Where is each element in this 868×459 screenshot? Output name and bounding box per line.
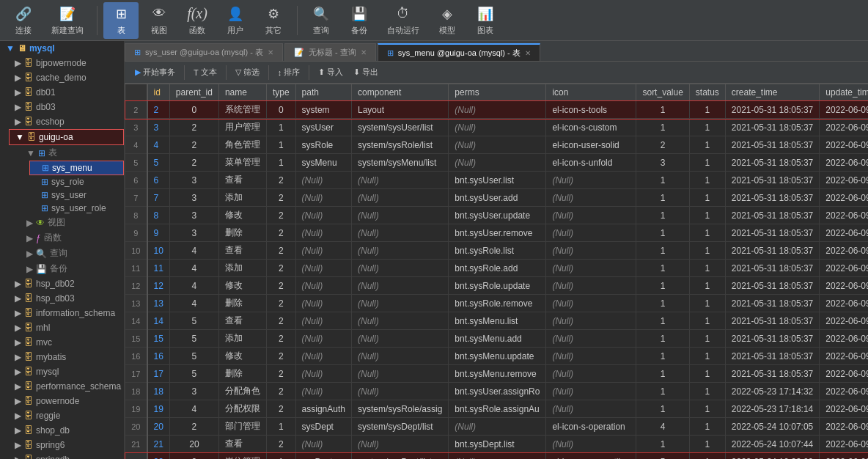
sidebar-item-hsp-db03[interactable]: ▶🗄hsp_db03 — [9, 291, 124, 306]
other-btn[interactable]: ⚙ 其它 — [256, 2, 291, 39]
text-btn[interactable]: T 文本 — [189, 65, 221, 79]
sidebar-table-sys-menu[interactable]: ⊞ sys_menu — [29, 161, 124, 175]
sidebar-item-bjpowernode[interactable]: ▶ 🗄 bjpowernode — [9, 56, 124, 70]
chart-btn[interactable]: 📊 图表 — [468, 2, 503, 39]
table-row[interactable]: 332用户管理1sysUsersystem/sysUser/list(Null)… — [125, 119, 869, 136]
cell-path: (Null) — [295, 172, 351, 189]
th-status[interactable]: status — [689, 84, 725, 101]
sidebar-item-db03[interactable]: ▶ 🗄 db03 — [9, 100, 124, 114]
sidebar-item-mybatis[interactable]: ▶🗄mybatis — [9, 350, 124, 364]
user-btn[interactable]: 👤 用户 — [218, 2, 253, 39]
table-row[interactable]: 883修改2(Null)(Null)bnt.sysUser.update(Nul… — [125, 207, 869, 224]
new-query-btn[interactable]: 📝 新建查询 — [44, 2, 91, 39]
table-row[interactable]: 22222岗位管理1sysPostsystem/sysPost/list(Nul… — [125, 453, 869, 460]
connect-btn[interactable]: 🔗 连接 — [6, 2, 41, 39]
tab-untitled-query[interactable]: 📝 无标题 - 查询 ✕ — [284, 43, 376, 61]
th-perms[interactable]: perms — [449, 84, 546, 101]
table-row[interactable]: 12124修改2(Null)(Null)bnt.sysRole.update(N… — [125, 277, 869, 295]
cell-id: 2 — [147, 101, 170, 119]
cell-name: 查看 — [218, 436, 266, 453]
th-type[interactable]: type — [266, 84, 295, 101]
sidebar-item-guigu-oa[interactable]: ▼ 🗄 guigu-oa — [9, 129, 124, 145]
sidebar-item-powernode[interactable]: ▶🗄powernode — [9, 394, 124, 408]
tab-close-icon[interactable]: ✕ — [268, 48, 273, 56]
export-btn[interactable]: ⬇ 导出 — [349, 65, 383, 79]
sidebar-item-db01[interactable]: ▶ 🗄 db01 — [9, 85, 124, 100]
table-row[interactable]: 19194分配权限2assignAuthsystem/sysRole/assig… — [125, 400, 869, 418]
sort-btn[interactable]: ↕ 排序 — [273, 65, 305, 79]
sidebar-item-shop-db[interactable]: ▶🗄shop_db — [9, 423, 124, 438]
sidebar-item-mysql-root[interactable]: ▼ 🖥 mysql — [0, 41, 124, 56]
table-row[interactable]: 11114添加2(Null)(Null)bnt.sysRole.add(Null… — [125, 260, 869, 277]
sidebar-item-hsp-db02[interactable]: ▶🗄hsp_db02 — [9, 276, 124, 291]
table-row[interactable]: 17175删除2(Null)(Null)bnt.sysMenu.remove(N… — [125, 365, 869, 383]
sidebar-category-views[interactable]: ▶ 👁 视图 — [21, 215, 124, 230]
cell-perms: bnt.sysMenu.add — [449, 330, 546, 348]
sidebar-item-spring6[interactable]: ▶🗄spring6 — [9, 438, 124, 452]
sidebar-category-backups[interactable]: ▶ 💾 备份 — [21, 261, 124, 276]
sidebar-item-mvc[interactable]: ▶🗄mvc — [9, 335, 124, 350]
table-row[interactable]: 212120查看2(Null)(Null)bnt.sysDept.list(Nu… — [125, 436, 869, 453]
table-row[interactable]: 10104查看2(Null)(Null)bnt.sysRole.list(Nul… — [125, 242, 869, 260]
view-btn[interactable]: 👁 视图 — [141, 2, 177, 39]
sidebar-item-reggie[interactable]: ▶🗄reggie — [9, 408, 124, 423]
sidebar-table-sys-user[interactable]: ⊞ sys_user — [29, 188, 124, 202]
tab-sys-menu[interactable]: ⊞ sys_menu @guigu-oa (mysql) - 表 ✕ — [378, 43, 540, 61]
table-row[interactable]: 773添加2(Null)(Null)bnt.sysUser.add(Null)1… — [125, 189, 869, 207]
backup-btn[interactable]: 💾 备份 — [342, 2, 377, 39]
th-rownum[interactable] — [125, 84, 147, 101]
filter-btn[interactable]: ▽ 筛选 — [231, 65, 264, 79]
cell-perms: bnt.sysUser.list — [449, 172, 546, 189]
tab-sys-user[interactable]: ⊞ sys_user @guigu-oa (mysql) - 表 ✕ — [125, 43, 283, 61]
tab-close-icon[interactable]: ✕ — [525, 49, 531, 57]
db-icon: 🗄 — [24, 102, 33, 112]
th-name[interactable]: name — [218, 84, 266, 101]
th-path[interactable]: path — [295, 84, 351, 101]
th-id[interactable]: id — [147, 84, 170, 101]
sidebar-item-ecshop[interactable]: ▶ 🗄 ecshop — [9, 114, 124, 129]
function-btn[interactable]: f(x) 函数 — [180, 2, 215, 39]
sidebar-item-springdb[interactable]: ▶🗄springdb — [9, 452, 124, 459]
sidebar-category-functions[interactable]: ▶ ƒ 函数 — [21, 230, 124, 246]
cell-id: 15 — [147, 330, 170, 348]
cell-component: (Null) — [351, 330, 448, 348]
tab-close-icon[interactable]: ✕ — [361, 48, 367, 56]
autorun-btn[interactable]: ⏱ 自动运行 — [380, 2, 427, 39]
model-btn[interactable]: ◈ 模型 — [430, 2, 465, 39]
cell-path: (Null) — [295, 295, 351, 312]
table-row[interactable]: 552菜单管理1sysMenusystem/sysMenu/list(Null)… — [125, 154, 869, 172]
th-parent-id[interactable]: parent_id — [169, 84, 218, 101]
sidebar-table-sys-role[interactable]: ⊞ sys_role — [29, 175, 124, 188]
sidebar-item-performance-schema[interactable]: ▶🗄performance_schema — [9, 379, 124, 394]
import-btn[interactable]: ⬆ 导入 — [314, 65, 347, 79]
table-row[interactable]: 993删除2(Null)(Null)bnt.sysUser.remove(Nul… — [125, 224, 869, 242]
table-row[interactable]: 15155添加2(Null)(Null)bnt.sysMenu.add(Null… — [125, 330, 869, 348]
table-row[interactable]: 663查看2(Null)(Null)bnt.sysUser.list(Null)… — [125, 172, 869, 189]
table-row[interactable]: 14145查看2(Null)(Null)bnt.sysMenu.list(Nul… — [125, 312, 869, 330]
table-row[interactable]: 220系统管理0systemLayout(Null)el-icon-s-tool… — [125, 101, 869, 119]
th-update-time[interactable]: update_time — [820, 84, 868, 101]
table-row[interactable]: 13134删除2(Null)(Null)bnt.sysRole.remove(N… — [125, 295, 869, 312]
table-btn[interactable]: ⊞ 表 — [103, 2, 139, 39]
sidebar-category-tables[interactable]: ▼ ⊞ 表 — [21, 145, 124, 161]
th-create-time[interactable]: create_time — [725, 84, 819, 101]
sidebar-item-information-schema[interactable]: ▶🗄information_schema — [9, 306, 124, 320]
sidebar-table-sys-user-role[interactable]: ⊞ sys_user_role — [29, 202, 124, 215]
query-btn[interactable]: 🔍 查询 — [304, 2, 339, 39]
begin-transaction-btn[interactable]: ▶ 开始事务 — [130, 65, 180, 79]
sidebar-item-mhl[interactable]: ▶🗄mhl — [9, 320, 124, 335]
sidebar-category-queries[interactable]: ▶ 🔍 查询 — [21, 246, 124, 261]
th-component[interactable]: component — [351, 84, 448, 101]
th-icon[interactable]: icon — [546, 84, 636, 101]
table-row[interactable]: 442角色管理1sysRolesystem/sysRole/list(Null)… — [125, 136, 869, 154]
table-row[interactable]: 16165修改2(Null)(Null)bnt.sysMenu.update(N… — [125, 348, 869, 365]
row-num-cell: 2 — [125, 101, 147, 119]
table-row[interactable]: 18183分配角色2(Null)(Null)bnt.sysUser.assign… — [125, 383, 869, 400]
table-row[interactable]: 20202部门管理1sysDeptsystem/sysDept/list(Nul… — [125, 418, 869, 436]
th-sort-value[interactable]: sort_value — [636, 84, 689, 101]
sidebar-item-mysql[interactable]: ▶🗄mysql — [9, 364, 124, 379]
sidebar-item-cache-demo[interactable]: ▶ 🗄 cache_demo — [9, 70, 124, 85]
cell-path: sysUser — [295, 119, 351, 136]
cell-component: (Null) — [351, 207, 448, 224]
cell-component: (Null) — [351, 295, 448, 312]
